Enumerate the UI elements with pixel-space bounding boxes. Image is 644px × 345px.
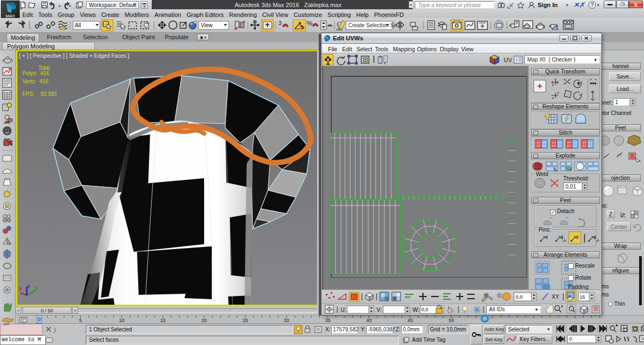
svg-text:16: 16 xyxy=(580,294,585,300)
svg-text:z: z xyxy=(27,283,30,289)
svg-text:25: 25 xyxy=(242,318,248,323)
svg-text:W:: W: xyxy=(413,307,419,313)
svg-text:View: View xyxy=(201,22,213,28)
svg-text:15: 15 xyxy=(160,318,165,323)
svg-text:35: 35 xyxy=(325,318,330,323)
svg-text:50: 50 xyxy=(449,318,454,323)
svg-text:V:: V: xyxy=(377,307,381,313)
svg-text:ABC: ABC xyxy=(336,28,343,31)
svg-text:x: x xyxy=(19,286,22,291)
svg-text:10: 10 xyxy=(119,318,124,323)
svg-text:40: 40 xyxy=(366,318,372,323)
svg-text:0,0: 0,0 xyxy=(421,307,428,312)
svg-text:%: % xyxy=(307,20,313,27)
svg-text:3: 3 xyxy=(278,20,282,26)
svg-text:Create Selection Se: Create Selection Se xyxy=(348,22,397,28)
svg-text:30: 30 xyxy=(284,318,289,323)
svg-text:y: y xyxy=(35,285,38,290)
svg-text:HDR: HDR xyxy=(3,323,9,326)
svg-text:⊞: ⊞ xyxy=(568,294,571,298)
svg-text:All: All xyxy=(75,22,81,28)
svg-text:XY: XY xyxy=(552,294,559,300)
svg-text:U:: U: xyxy=(341,307,346,313)
svg-text:5: 5 xyxy=(79,318,82,323)
svg-text:0: 0 xyxy=(569,336,572,342)
svg-text:20: 20 xyxy=(201,318,207,323)
svg-text:45: 45 xyxy=(407,318,413,323)
svg-text:0,0: 0,0 xyxy=(516,294,523,300)
